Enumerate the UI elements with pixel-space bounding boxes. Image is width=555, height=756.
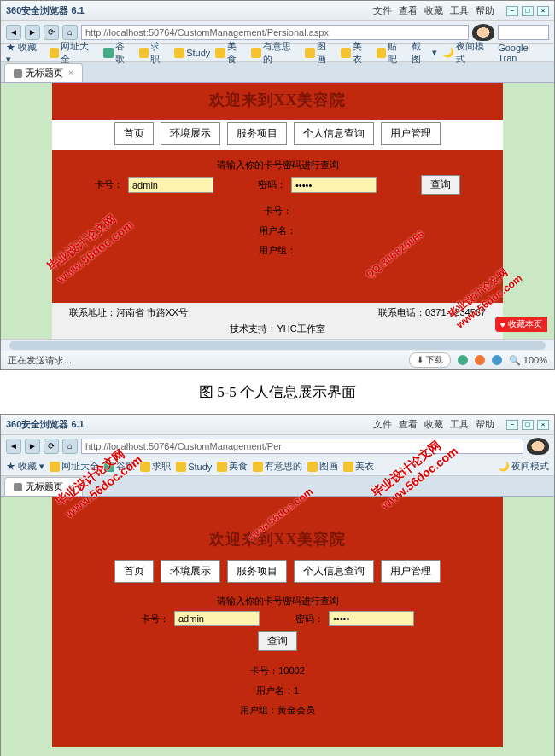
nav-personal[interactable]: 个人信息查询 <box>294 560 374 583</box>
nav-user[interactable]: 用户管理 <box>381 560 441 583</box>
browser-title: 360安全浏览器 6.1 <box>6 418 85 431</box>
nav-personal[interactable]: 个人信息查询 <box>294 122 374 145</box>
favorite-page-button[interactable]: ♥收藏本页 <box>495 317 547 332</box>
card-label: 卡号： <box>141 613 169 625</box>
page-title: 欢迎来到XX美容院 <box>52 83 503 120</box>
card-input[interactable] <box>128 177 213 193</box>
close-button[interactable]: × <box>537 420 549 430</box>
nav-env[interactable]: 环境展示 <box>161 122 220 145</box>
bm-screenshot[interactable]: 截图 ▾ <box>412 40 437 66</box>
nav-user[interactable]: 用户管理 <box>381 122 441 145</box>
home-button[interactable]: ⌂ <box>62 25 78 40</box>
footer-tel: 联系电话：0371-1234567 <box>378 306 486 319</box>
bm-gtran[interactable]: Google Tran <box>498 43 549 63</box>
search-input[interactable] <box>498 25 549 40</box>
title-bar: 360安全浏览器 6.1 文件 查看 收藏 工具 帮助 − □ × <box>1 415 554 435</box>
max-button[interactable]: □ <box>522 6 534 16</box>
bookmark-bar: ★ 收藏 ▾ 网址大全 谷歌 求职 Study 美食 有意思的 图画 美衣 🌙 … <box>1 457 554 476</box>
close-button[interactable]: × <box>537 6 549 16</box>
bm-item[interactable]: 谷歌 <box>104 460 135 473</box>
bm-item[interactable]: 有意思的 <box>253 460 302 473</box>
fwd-button[interactable]: ► <box>25 439 40 454</box>
nav-service[interactable]: 服务项目 <box>227 560 287 583</box>
sound-icon[interactable] <box>492 355 502 365</box>
browser-title: 360安全浏览器 6.1 <box>6 4 85 17</box>
download-indicator[interactable]: ⬇ 下载 <box>409 352 451 368</box>
address-input[interactable] <box>81 25 469 40</box>
nav-service[interactable]: 服务项目 <box>227 122 287 145</box>
result-area: 卡号：10002 用户名：1 用户组：黄金会员 <box>52 660 503 722</box>
result-group: 用户组：黄金会员 <box>240 704 315 717</box>
menu-view[interactable]: 查看 <box>399 4 418 17</box>
bm-item[interactable]: Study <box>176 462 212 472</box>
result-area: 卡号： 用户名： 用户组： <box>52 200 503 262</box>
menu-help[interactable]: 帮助 <box>476 418 494 431</box>
tab-label: 无标题页 <box>26 67 63 79</box>
pwd-input[interactable] <box>329 611 414 626</box>
screenshot-1: 360安全浏览器 6.1 文件 查看 收藏 工具 帮助 − □ × ◄ ► ⟳ … <box>0 0 555 370</box>
menu-file[interactable]: 文件 <box>373 4 392 17</box>
bm-item[interactable]: 求职 <box>139 40 170 66</box>
min-button[interactable]: − <box>506 6 518 16</box>
page-icon <box>14 69 22 78</box>
screenshot-2: 360安全浏览器 6.1 文件 查看 收藏 工具 帮助 − □ × ◄ ► ⟳ … <box>0 414 555 756</box>
bm-item[interactable]: 美食 <box>215 40 246 66</box>
bm-item[interactable]: 美衣 <box>341 40 371 66</box>
fwd-button[interactable]: ► <box>25 25 40 40</box>
tab-close-icon[interactable]: × <box>68 68 73 78</box>
back-button[interactable]: ◄ <box>6 439 21 454</box>
nav-menu: 首页 环境展示 服务项目 个人信息查询 用户管理 <box>61 122 494 148</box>
reload-button[interactable]: ⟳ <box>44 25 59 40</box>
result-user: 用户名：1 <box>256 684 299 697</box>
menu-help[interactable]: 帮助 <box>476 4 494 17</box>
menu-tools[interactable]: 工具 <box>450 4 469 17</box>
bm-item[interactable]: 求职 <box>140 460 171 473</box>
status-bar: 正在发送请求... ⬇ 下载 🔍 100% <box>1 351 554 369</box>
nav-home[interactable]: 首页 <box>114 560 154 583</box>
bookmark-bar: ★ 收藏 ▾ 网址大全 谷歌 求职 Study 美食 有意思的 图画 美衣 贴吧… <box>1 44 554 62</box>
bm-item[interactable]: 图画 <box>305 40 336 66</box>
bm-item[interactable]: 美食 <box>217 460 248 473</box>
card-input[interactable] <box>174 611 260 626</box>
bm-item[interactable]: 图画 <box>307 460 338 473</box>
pwd-input[interactable] <box>291 177 377 193</box>
query-form: 卡号： 密码： <box>52 611 503 626</box>
bm-item[interactable]: 网址大全 <box>50 460 99 473</box>
menu-fav[interactable]: 收藏 <box>424 4 443 17</box>
mascot-icon <box>527 438 549 455</box>
heart-icon: ♥ <box>500 320 505 329</box>
bm-item[interactable]: 有意思的 <box>251 40 300 66</box>
zoom-label[interactable]: 🔍 100% <box>509 355 547 366</box>
bm-night[interactable]: 🌙 夜间模式 <box>442 40 493 66</box>
bm-item[interactable]: 谷歌 <box>103 40 134 66</box>
home-button[interactable]: ⌂ <box>62 439 78 454</box>
max-button[interactable]: □ <box>522 420 534 430</box>
status-icon <box>475 355 485 365</box>
tab-close-icon[interactable]: × <box>68 482 73 491</box>
nav-home[interactable]: 首页 <box>114 122 154 145</box>
pwd-label: 密码： <box>258 178 286 191</box>
query-button[interactable]: 查询 <box>421 175 460 195</box>
tab-active[interactable]: 无标题页 × <box>4 63 83 82</box>
menu-fav[interactable]: 收藏 <box>424 418 443 431</box>
menu-file[interactable]: 文件 <box>373 418 392 431</box>
address-input[interactable] <box>81 439 523 454</box>
nav-env[interactable]: 环境展示 <box>161 560 220 583</box>
bm-item[interactable]: 贴吧 <box>377 40 407 66</box>
h-scrollbar[interactable] <box>1 339 554 351</box>
bm-item[interactable]: 美衣 <box>343 460 374 473</box>
menu-tools[interactable]: 工具 <box>450 418 469 431</box>
address-bar-row: ◄ ► ⟳ ⌂ <box>1 435 554 457</box>
result-card: 卡号： <box>264 205 292 218</box>
query-button[interactable]: 查询 <box>258 631 297 651</box>
result-group: 用户组： <box>259 244 296 257</box>
bm-night[interactable]: 🌙 夜间模式 <box>498 460 549 473</box>
min-button[interactable]: − <box>506 420 518 430</box>
bm-item[interactable]: 网址大全 <box>50 40 98 66</box>
bm-item[interactable]: Study <box>174 48 210 58</box>
page-icon <box>14 483 22 491</box>
back-button[interactable]: ◄ <box>6 25 21 40</box>
reload-button[interactable]: ⟳ <box>44 439 59 454</box>
tab-active[interactable]: 无标题页 × <box>4 477 83 496</box>
menu-view[interactable]: 查看 <box>399 418 418 431</box>
